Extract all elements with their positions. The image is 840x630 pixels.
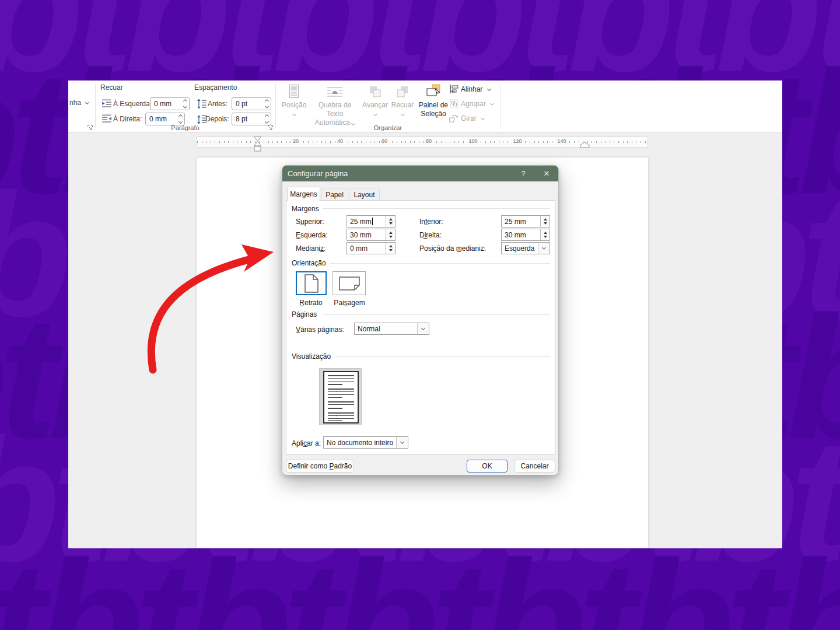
section-divider: [323, 208, 550, 209]
desktop-background: btbtbtbtbtbtbtbtbt btbtbtbtbtbtbtbtbt bt…: [0, 0, 840, 630]
set-as-default-button[interactable]: Definir como P̲adrão: [286, 460, 354, 473]
gutter-input[interactable]: 0 mm: [346, 242, 396, 254]
spacing-after-value: 8 pt: [236, 115, 247, 123]
send-backward-button[interactable]: Recuar: [390, 83, 415, 129]
gutter-position-label: Posição da m̲edianiz:: [419, 244, 486, 253]
indent-left-icon: [102, 99, 112, 109]
chevron-down-icon: [373, 112, 377, 116]
position-icon: [288, 83, 300, 100]
line-numbers-button[interactable]: nha: [69, 99, 89, 107]
chevron-down-icon: [490, 102, 494, 106]
ruler-strip: 20 40 60 80 100 120 140: [68, 134, 782, 158]
indent-marker-left[interactable]: [253, 136, 262, 152]
ruler-number: 40: [335, 138, 345, 144]
ruler-number: 100: [467, 138, 479, 144]
dropdown-button[interactable]: [396, 437, 408, 448]
send-backward-icon: [396, 83, 410, 100]
dialog-launcher-icon[interactable]: [87, 125, 93, 131]
spacing-after-input[interactable]: 8 pt: [232, 113, 271, 125]
rotate-label: Girar: [461, 114, 477, 123]
group-button[interactable]: Agrupar: [461, 100, 494, 108]
position-button[interactable]: Posição: [279, 83, 309, 129]
dropdown-button[interactable]: [417, 323, 429, 334]
horizontal-ruler[interactable]: 20 40 60 80 100 120 140: [197, 136, 648, 148]
chevron-down-icon: [481, 116, 485, 120]
dialog-title: Configurar página: [288, 169, 348, 178]
indent-marker-right[interactable]: [580, 142, 590, 148]
spinner-buttons[interactable]: [179, 115, 182, 123]
ruler-number: 140: [555, 138, 568, 144]
margins-tab-panel: Margens Su̲perior: 25 mm Inf̲erior: 25 m…: [286, 200, 555, 455]
close-button[interactable]: ✕: [538, 166, 555, 181]
margin-left-input[interactable]: 30 mm: [346, 229, 396, 241]
gutter-value: 0 mm: [350, 244, 368, 253]
tab-papel[interactable]: Papel: [321, 188, 348, 201]
selection-pane-button[interactable]: Painel de Seleção: [416, 83, 450, 129]
margin-top-input[interactable]: 25 mm: [346, 215, 396, 228]
margin-bottom-input[interactable]: 25 mm: [501, 215, 550, 228]
spinner-buttons[interactable]: [265, 100, 268, 108]
tab-layout[interactable]: Layout: [349, 188, 380, 201]
section-divider: [336, 356, 550, 357]
spinner-buttons[interactable]: [386, 216, 395, 227]
align-button[interactable]: Alinhar: [461, 85, 491, 93]
spinner-buttons[interactable]: [386, 229, 395, 240]
spinner-buttons[interactable]: [540, 216, 550, 227]
landscape-label: Pais̲agem: [334, 299, 365, 307]
portrait-label: R̲etrato: [299, 299, 322, 307]
spacing-before-label: Antes:: [208, 100, 228, 108]
margin-right-input[interactable]: 30 mm: [501, 229, 550, 241]
dialog-launcher-icon[interactable]: [267, 125, 274, 131]
indent-right-value: 0 mm: [149, 115, 167, 123]
ribbon-group-separator: [275, 84, 276, 128]
arrange-group-title: Organizar: [275, 124, 501, 131]
align-objects-icon: [449, 84, 459, 94]
margin-bottom-label: Inf̲erior:: [419, 218, 443, 226]
ribbon-group-separator: [95, 84, 96, 128]
preview-section-label: Visualização: [292, 352, 331, 360]
gutter-label: Medianiz̲:: [296, 244, 326, 253]
group-objects-icon: [449, 99, 459, 108]
spacing-before-icon: [197, 99, 207, 109]
spacing-heading: Espaçamento: [194, 83, 237, 92]
rotate-button[interactable]: Girar: [461, 114, 484, 123]
page-setup-dialog: Configurar página ? ✕ Margens Papel Layo…: [282, 165, 559, 475]
help-button[interactable]: ?: [514, 166, 532, 181]
bring-forward-button[interactable]: Avançar: [362, 83, 388, 129]
orientation-section-label: Orientação: [292, 259, 326, 267]
spacing-before-input[interactable]: 0 pt: [232, 97, 271, 110]
apply-to-value: No documento inteiro: [327, 439, 393, 447]
bring-forward-icon: [368, 83, 382, 100]
multiple-pages-select[interactable]: Normal: [354, 323, 429, 335]
chevron-down-icon: [487, 87, 491, 91]
spinner-buttons[interactable]: [540, 229, 550, 240]
indent-right-label: À Direita:: [113, 115, 142, 123]
indent-left-value: 0 mm: [154, 100, 172, 108]
tab-margens[interactable]: Margens: [287, 187, 320, 201]
spinner-buttons[interactable]: [184, 100, 187, 108]
bring-forward-label: Avançar: [362, 101, 388, 110]
page-preview: [319, 368, 362, 425]
gutter-position-select[interactable]: Esquerda: [501, 242, 550, 254]
section-divider: [323, 314, 550, 315]
multiple-pages-label: V̲árias páginas:: [296, 326, 344, 334]
dropdown-button[interactable]: [538, 243, 550, 254]
orientation-portrait-button[interactable]: [296, 271, 327, 295]
text-wrap-button[interactable]: Quebra de Texto Automática: [309, 83, 360, 129]
ok-button[interactable]: OK: [467, 460, 508, 473]
indent-right-input[interactable]: 0 mm: [145, 113, 185, 125]
multiple-pages-value: Normal: [358, 325, 380, 333]
cancel-button[interactable]: Cancelar: [514, 460, 555, 473]
spinner-buttons[interactable]: [386, 243, 395, 254]
text-wrap-icon: [326, 83, 344, 100]
spinner-buttons[interactable]: [265, 115, 268, 123]
margin-left-value: 30 mm: [350, 231, 372, 239]
margin-bottom-value: 25 mm: [505, 218, 526, 226]
margin-right-value: 30 mm: [505, 231, 526, 239]
apply-to-select[interactable]: No documento inteiro: [323, 436, 408, 449]
apply-to-label: Aplic̲ar a:: [292, 439, 321, 447]
margin-right-label: Di̲reita:: [419, 231, 442, 239]
indent-left-input[interactable]: 0 mm: [150, 97, 190, 110]
orientation-landscape-button[interactable]: [332, 271, 366, 295]
gutter-position-value: Esquerda: [505, 244, 534, 253]
